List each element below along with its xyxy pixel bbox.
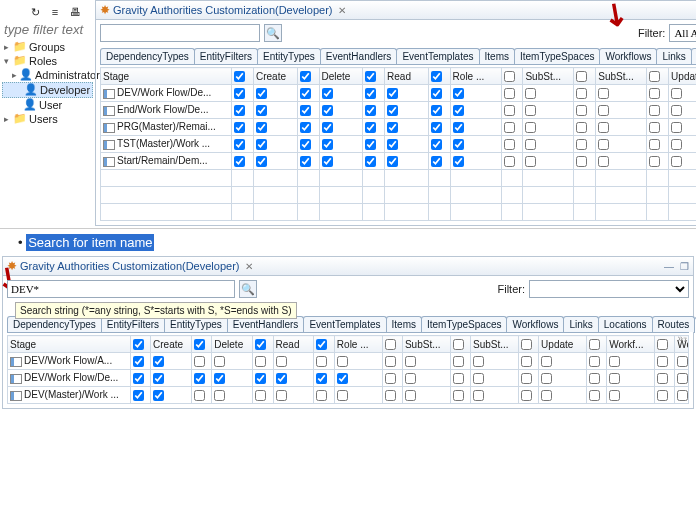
col-header[interactable]: SubSt...	[523, 68, 574, 85]
col-header[interactable]	[450, 336, 470, 353]
col-header[interactable]: SubSt...	[596, 68, 647, 85]
stage-cell[interactable]: DEV/Work Flow/De...	[101, 85, 232, 102]
col-header[interactable]	[574, 68, 596, 85]
minimize-icon[interactable]: —	[664, 261, 674, 272]
perm-checkbox	[337, 356, 348, 367]
col-header[interactable]	[382, 336, 402, 353]
stage-cell[interactable]: DEV/Work Flow/A...	[8, 353, 131, 370]
maximize-icon[interactable]: ❐	[680, 261, 689, 272]
tab-eventtemplates[interactable]: EventTemplates	[303, 316, 386, 332]
tab-itemtypespaces[interactable]: ItemTypeSpaces	[421, 316, 507, 332]
col-header[interactable]	[130, 336, 150, 353]
perm-checkbox	[365, 88, 376, 99]
tree-node[interactable]: ▾📁Roles	[2, 54, 93, 68]
perm-checkbox	[256, 122, 267, 133]
col-header[interactable]	[232, 68, 254, 85]
tab-dependencytypes[interactable]: DependencyTypes	[100, 48, 195, 64]
stage-cell[interactable]: DEV(Master)/Work ...	[8, 387, 131, 404]
col-header[interactable]: Update	[669, 68, 696, 85]
tab-workflows[interactable]: Workflows	[599, 48, 657, 64]
tab-eventhandlers[interactable]: EventHandlers	[320, 48, 398, 64]
col-header[interactable]	[297, 68, 319, 85]
filter-select[interactable]: All Authorized Stages	[669, 24, 696, 42]
col-header[interactable]	[314, 336, 334, 353]
col-header[interactable]: SubSt...	[471, 336, 519, 353]
stage-cell[interactable]: End/Work Flow/De...	[101, 102, 232, 119]
tab-locations[interactable]: Locations	[598, 316, 653, 332]
perm-checkbox	[677, 390, 688, 401]
col-header[interactable]: Read	[385, 68, 429, 85]
perm-checkbox	[589, 356, 600, 367]
search-input[interactable]	[100, 24, 260, 42]
stage-cell[interactable]: PRG(Master)/Remai...	[101, 119, 232, 136]
perm-checkbox	[671, 156, 682, 167]
tab-itemtypespaces[interactable]: ItemTypeSpaces	[514, 48, 600, 64]
tab-routes[interactable]: Routes	[652, 316, 696, 332]
tab-eventtemplates[interactable]: EventTemplates	[396, 48, 479, 64]
col-header[interactable]: Stage	[101, 68, 232, 85]
col-header[interactable]: Role ...	[334, 336, 382, 353]
col-header[interactable]: Create	[253, 68, 297, 85]
col-header[interactable]	[654, 336, 674, 353]
tree-node[interactable]: ▸📁Groups	[2, 40, 93, 54]
col-header[interactable]	[428, 68, 450, 85]
perm-checkbox	[431, 156, 442, 167]
tab-items[interactable]: Items	[479, 48, 515, 64]
col-header[interactable]	[518, 336, 538, 353]
col-header[interactable]	[586, 336, 606, 353]
refresh-icon[interactable]: ↻	[26, 4, 44, 20]
category-tabs: DependencyTypesEntityFiltersEntityTypesE…	[100, 48, 696, 65]
search-tooltip: Search string (*=any string, S*=starts w…	[15, 302, 297, 319]
col-header[interactable]: SubSt...	[402, 336, 450, 353]
perm-checkbox	[504, 139, 515, 150]
list-icon[interactable]: ≡	[46, 4, 64, 20]
search-icon[interactable]: 🔍	[239, 280, 257, 298]
col-header[interactable]: Update	[539, 336, 587, 353]
col-header[interactable]: Role ...	[450, 68, 501, 85]
perm-checkbox	[541, 373, 552, 384]
col-header[interactable]: Delete	[212, 336, 253, 353]
stage-cell[interactable]: DEV/Work Flow/De...	[8, 370, 131, 387]
tree-node[interactable]: 👤Developer	[2, 82, 93, 98]
tab-items[interactable]: Items	[386, 316, 422, 332]
tab-links[interactable]: Links	[563, 316, 598, 332]
col-header[interactable]	[647, 68, 669, 85]
tree-node[interactable]: 👤User	[2, 98, 93, 112]
tab-links[interactable]: Links	[656, 48, 691, 64]
perm-checkbox	[525, 105, 536, 116]
perm-checkbox	[576, 139, 587, 150]
tab-entityfilters[interactable]: EntityFilters	[194, 48, 258, 64]
tree-node[interactable]: ▸👤Administrator	[2, 68, 93, 82]
filter-select[interactable]	[529, 280, 689, 298]
table-row: TST(Master)/Work ...	[101, 136, 697, 153]
search-input[interactable]	[7, 280, 235, 298]
perm-checkbox	[234, 105, 245, 116]
col-header[interactable]: Read	[273, 336, 314, 353]
perm-checkbox	[504, 88, 515, 99]
close-icon[interactable]: ✕	[338, 5, 346, 16]
col-header[interactable]: Workf...	[607, 336, 655, 353]
close-icon[interactable]: ✕	[245, 261, 253, 272]
tab-entitytypes[interactable]: EntityTypes	[257, 48, 321, 64]
tree-filter-input[interactable]	[2, 21, 93, 38]
tab-workflows[interactable]: Workflows	[506, 316, 564, 332]
perm-checkbox	[300, 122, 311, 133]
search-icon[interactable]: 🔍	[264, 24, 282, 42]
perm-checkbox	[255, 390, 266, 401]
col-header[interactable]	[253, 336, 273, 353]
col-header[interactable]: Create	[151, 336, 192, 353]
perm-checkbox	[453, 373, 464, 384]
col-header[interactable]	[363, 68, 385, 85]
stages-table: StageCreateDeleteReadRole ...SubSt...Sub…	[100, 67, 696, 221]
col-header[interactable]	[191, 336, 211, 353]
col-header[interactable]	[501, 68, 523, 85]
stage-cell[interactable]: Start/Remain/Dem...	[101, 153, 232, 170]
perm-checkbox	[300, 88, 311, 99]
stage-cell[interactable]: TST(Master)/Work ...	[101, 136, 232, 153]
col-header[interactable]: Delete	[319, 68, 363, 85]
perm-checkbox	[322, 88, 333, 99]
tab-locations[interactable]: Locations	[691, 48, 696, 64]
print-icon[interactable]: 🖶	[66, 4, 84, 20]
tree-node[interactable]: ▸📁Users	[2, 112, 93, 126]
col-header[interactable]: Stage	[8, 336, 131, 353]
